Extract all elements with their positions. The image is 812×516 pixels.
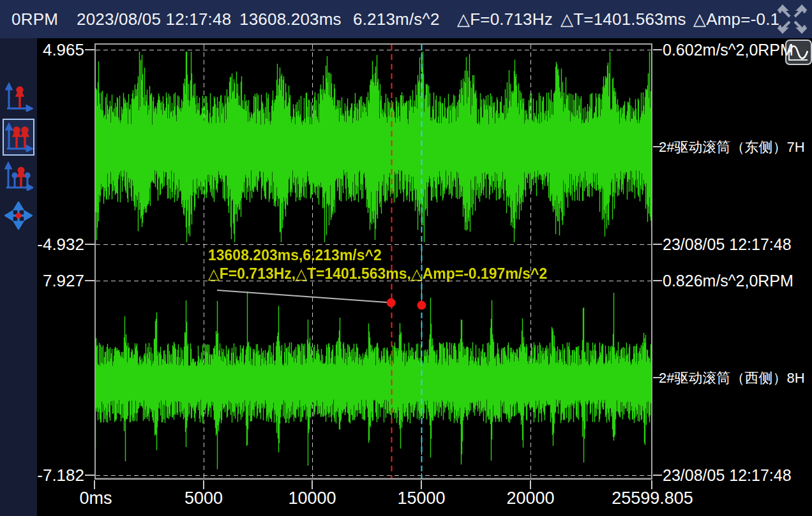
plot2-ymin-label: -7.182 bbox=[26, 466, 84, 484]
harmonic-cursor-icon bbox=[4, 161, 33, 191]
datetime-readout: 2023/08/05 12:17:48 bbox=[77, 10, 231, 29]
axis-tick bbox=[653, 49, 662, 50]
x-tick-label-0: 0ms bbox=[45, 489, 147, 508]
delta-freq-readout: △F=0.713Hz bbox=[457, 10, 553, 29]
delta-amp-readout: △Amp=-0.1 bbox=[693, 10, 779, 29]
status-bar: 0RPM 2023/08/05 12:17:48 13608.203ms 6.2… bbox=[0, 0, 812, 38]
axis-tick bbox=[94, 480, 95, 489]
axis-tick bbox=[653, 244, 662, 245]
annotation-line1: 13608.203ms,6.213m/s^2 bbox=[208, 246, 547, 265]
harmonic-cursor-tool[interactable] bbox=[3, 159, 34, 193]
fullscreen-expand-icon[interactable] bbox=[778, 4, 807, 34]
annotation-line2: △F=0.713Hz,△T=1401.563ms,△Amp=-0.197m/s^… bbox=[208, 265, 547, 283]
single-cursor-tool[interactable] bbox=[3, 80, 34, 114]
cursor-time-readout: 13608.203ms bbox=[239, 10, 342, 29]
axis-tick bbox=[85, 244, 94, 245]
axis-tick bbox=[85, 475, 94, 476]
plot2-channel-label: 2#驱动滚筒（西侧）8H bbox=[659, 369, 805, 387]
x-tick-label-1: 5000 bbox=[153, 489, 255, 508]
axis-tick bbox=[653, 280, 662, 281]
delta-time-readout: △T=1401.563ms bbox=[560, 10, 686, 29]
app-window: 0RPM 2023/08/05 12:17:48 13608.203ms 6.2… bbox=[0, 0, 812, 516]
x-tick-label-3: 15000 bbox=[370, 489, 472, 508]
axis-tick bbox=[530, 480, 531, 489]
axis-tick bbox=[653, 377, 662, 378]
rpm-readout: 0RPM bbox=[11, 10, 58, 29]
cursor-annotation: 13608.203ms,6.213m/s^2 △F=0.713Hz,△T=140… bbox=[208, 246, 547, 283]
axis-tick bbox=[653, 146, 662, 147]
axis-tick bbox=[85, 280, 94, 281]
plot1-ymin-label: -4.932 bbox=[26, 235, 84, 253]
pan-tool[interactable] bbox=[3, 199, 34, 232]
plot1-channel-label: 2#驱动滚筒（东侧）7H bbox=[659, 138, 805, 156]
plot2-rms-label: 0.826m/s^2,0RPM bbox=[663, 272, 793, 290]
plot1-timestamp-label: 23/08/05 12:17:48 bbox=[663, 235, 792, 253]
double-cursor-tool[interactable] bbox=[3, 119, 34, 156]
axis-tick bbox=[85, 49, 94, 50]
axis-tick bbox=[651, 480, 652, 489]
double-cursor-icon bbox=[4, 122, 33, 152]
plot2-ymax-label: 7.927 bbox=[26, 272, 84, 290]
single-cursor-icon bbox=[4, 82, 33, 112]
cursor-amp-readout: 6.213m/s^2 bbox=[353, 10, 440, 29]
plot1-rms-label: 0.602m/s^2,0RPM bbox=[663, 41, 793, 59]
axis-tick bbox=[653, 475, 662, 476]
pan-move-icon bbox=[4, 202, 33, 230]
x-tick-label-5: 25599.805 bbox=[601, 489, 703, 508]
axis-tick bbox=[203, 480, 204, 489]
axis-tick bbox=[312, 480, 313, 489]
plot2-timestamp-label: 23/08/05 12:17:48 bbox=[663, 466, 792, 484]
x-tick-label-2: 10000 bbox=[261, 489, 363, 508]
plot1-ymax-label: 4.965 bbox=[26, 41, 84, 59]
axis-tick bbox=[421, 480, 422, 489]
x-tick-label-4: 20000 bbox=[479, 489, 582, 508]
